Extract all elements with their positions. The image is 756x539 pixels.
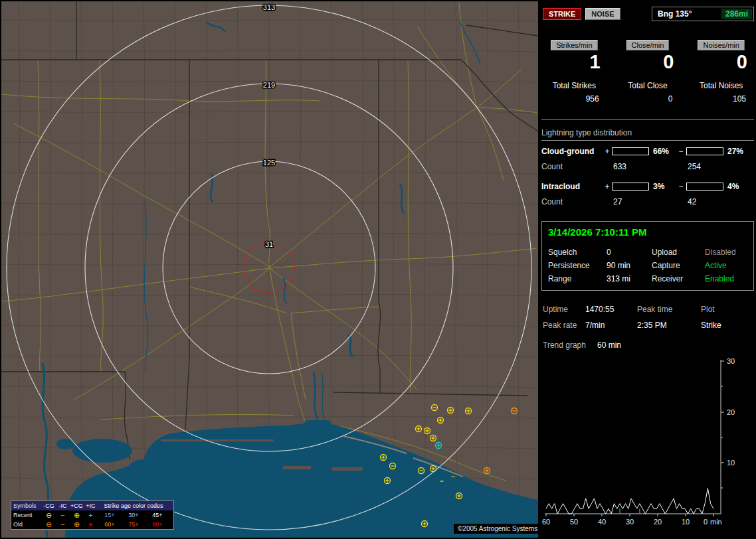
legend-recent-label: Recent bbox=[11, 510, 42, 520]
age-75: 75+ bbox=[122, 520, 145, 529]
cg-plus-old-icon: ⊕ bbox=[70, 520, 84, 529]
nexstorm-app: { "colors":{"accent_red":"#cc0000","time… bbox=[0, 0, 756, 539]
strike-tab-button[interactable]: STRIKE bbox=[543, 8, 581, 20]
capture-label: Capture bbox=[652, 259, 705, 272]
uptime-value: 1470:55 bbox=[585, 301, 637, 317]
age-90: 90+ bbox=[145, 520, 169, 529]
x-tick-0: 0 bbox=[704, 518, 708, 526]
noises-per-min-header: Noises/min bbox=[698, 40, 744, 50]
peak-time-value: 2:35 PM bbox=[637, 317, 701, 333]
intracloud-count-row: Count 27 42 bbox=[541, 197, 754, 206]
legend-col-ic-pos: +IC bbox=[84, 501, 98, 510]
x-tick-40: 40 bbox=[598, 518, 606, 526]
ic-plus-old-icon: + bbox=[84, 520, 98, 529]
legend-old-row: Old ⊖ − ⊕ + 60+ 75+ 90+ bbox=[11, 520, 173, 529]
legend-header-row: Symbols -CG -IC +CG +IC Strike age color… bbox=[11, 501, 173, 510]
strikes-per-min-value: 1 bbox=[541, 50, 607, 73]
cloud-ground-count-row: Count 633 254 bbox=[541, 162, 754, 171]
x-axis-unit: min bbox=[710, 518, 722, 526]
trend-graph: 30 20 10 60 50 40 30 20 10 0 min bbox=[541, 356, 754, 530]
count-label: Count bbox=[541, 162, 603, 171]
noise-tab-button[interactable]: NOISE bbox=[585, 8, 620, 20]
noises-per-min-column: Noises/min 0 Total Noises 105 bbox=[688, 40, 754, 104]
trend-close-marks bbox=[620, 508, 640, 514]
legend-age-title: Strike age color codes bbox=[98, 501, 169, 510]
receiver-label: Receiver bbox=[652, 272, 705, 285]
bearing-distance: 286mi bbox=[721, 9, 752, 19]
trend-tick-labels: 30 20 10 60 50 40 30 20 10 0 min bbox=[542, 357, 735, 526]
cg-positive-pct: 66% bbox=[650, 147, 676, 156]
noises-per-min-value: 0 bbox=[688, 50, 754, 73]
cg-positive-count: 633 bbox=[612, 162, 650, 171]
age-60: 60+ bbox=[98, 520, 122, 529]
peak-rate-label: Peak rate bbox=[543, 317, 585, 333]
legend-old-label: Old bbox=[11, 520, 42, 529]
legend-col-cg-neg: -CG bbox=[42, 501, 56, 510]
cg-minus-recent-icon: ⊖ bbox=[42, 511, 56, 520]
count-label: Count bbox=[541, 197, 603, 206]
close-per-min-value: 0 bbox=[615, 50, 681, 73]
negative-sign: − bbox=[676, 147, 686, 156]
status-panel: STRIKE NOISE Bng 135° 286mi Strikes/min … bbox=[541, 0, 754, 539]
status-row-persistence-capture: Persistence 90 min Capture Active bbox=[548, 259, 747, 272]
range-label-31: 31 bbox=[265, 240, 273, 248]
positive-sign: + bbox=[603, 182, 612, 191]
copyright-notice: ©2005 Astrogenic Systems bbox=[454, 524, 538, 534]
total-noises-value: 105 bbox=[688, 94, 754, 104]
distribution-title: Lightning type distribution bbox=[541, 128, 754, 141]
upload-label: Upload bbox=[652, 246, 705, 259]
close-per-min-header: Close/min bbox=[626, 40, 670, 50]
strikes-per-min-header: Strikes/min bbox=[551, 40, 597, 50]
rates-section: Strikes/min 1 Total Strikes 956 Close/mi… bbox=[541, 40, 754, 104]
cloud-ground-row: Cloud-ground + 66% − 27% bbox=[541, 147, 754, 156]
x-tick-60: 60 bbox=[542, 518, 550, 526]
y-tick-10: 10 bbox=[727, 459, 735, 467]
cg-minus-old-icon: ⊖ bbox=[42, 520, 56, 529]
x-tick-30: 30 bbox=[626, 518, 634, 526]
y-tick-20: 20 bbox=[727, 408, 735, 416]
positive-sign: + bbox=[603, 147, 612, 156]
age-30: 30+ bbox=[122, 510, 145, 520]
ic-minus-recent-icon: − bbox=[56, 511, 70, 520]
persistence-value: 90 min bbox=[607, 259, 652, 272]
upload-value: Disabled bbox=[705, 246, 747, 259]
status-row-squelch-upload: Squelch 0 Upload Disabled bbox=[548, 246, 747, 259]
map-canvas: 313 219 125 31 bbox=[1, 1, 538, 538]
close-per-min-column: Close/min 0 Total Close 0 bbox=[615, 40, 681, 104]
trend-strike-line bbox=[546, 489, 713, 514]
persistence-label: Persistence bbox=[548, 259, 607, 272]
cg-negative-count: 254 bbox=[686, 162, 725, 171]
legend-recent-row: Recent ⊖ − ⊕ + 15+ 30+ 45+ bbox=[11, 510, 173, 520]
total-close-value: 0 bbox=[615, 94, 681, 104]
range-label-219: 219 bbox=[263, 81, 275, 89]
cg-positive-bar bbox=[612, 147, 649, 155]
plot-value: Strike bbox=[701, 317, 754, 333]
total-strikes-label: Total Strikes bbox=[541, 81, 607, 90]
intracloud-row: Intracloud + 3% − 4% bbox=[541, 182, 754, 191]
ic-positive-count: 27 bbox=[612, 197, 650, 206]
age-45: 45+ bbox=[145, 510, 169, 520]
range-label: Range bbox=[548, 272, 607, 285]
storm-map[interactable]: 313 219 125 31 Symbols -CG -IC +CG +IC S… bbox=[1, 1, 538, 538]
uptime-label: Uptime bbox=[543, 301, 585, 317]
squelch-label: Squelch bbox=[548, 246, 607, 259]
current-timestamp: 3/14/2026 7:10:11 PM bbox=[548, 226, 747, 238]
range-label-313: 313 bbox=[263, 3, 275, 11]
trend-graph-label: Trend graph bbox=[543, 337, 597, 353]
trend-graph-row: Trend graph 60 min bbox=[541, 337, 754, 353]
trend-axes bbox=[545, 360, 724, 516]
peak-time-label: Peak time bbox=[637, 301, 701, 317]
ic-positive-pct: 3% bbox=[650, 182, 676, 191]
cloud-ground-label: Cloud-ground bbox=[541, 147, 603, 156]
cg-negative-pct: 27% bbox=[725, 147, 751, 156]
map-legend: Symbols -CG -IC +CG +IC Strike age color… bbox=[11, 501, 174, 530]
status-row-range-receiver: Range 313 mi Receiver Enabled bbox=[548, 272, 747, 285]
ic-negative-pct: 4% bbox=[725, 182, 751, 191]
y-tick-30: 30 bbox=[727, 357, 735, 365]
ic-minus-old-icon: − bbox=[56, 520, 70, 529]
intracloud-label: Intracloud bbox=[541, 182, 603, 191]
stats-row-2: Peak rate 7/min 2:35 PM Strike bbox=[541, 317, 754, 333]
capture-value: Active bbox=[705, 259, 747, 272]
x-tick-10: 10 bbox=[682, 518, 690, 526]
cg-plus-recent-icon: ⊕ bbox=[70, 511, 84, 520]
